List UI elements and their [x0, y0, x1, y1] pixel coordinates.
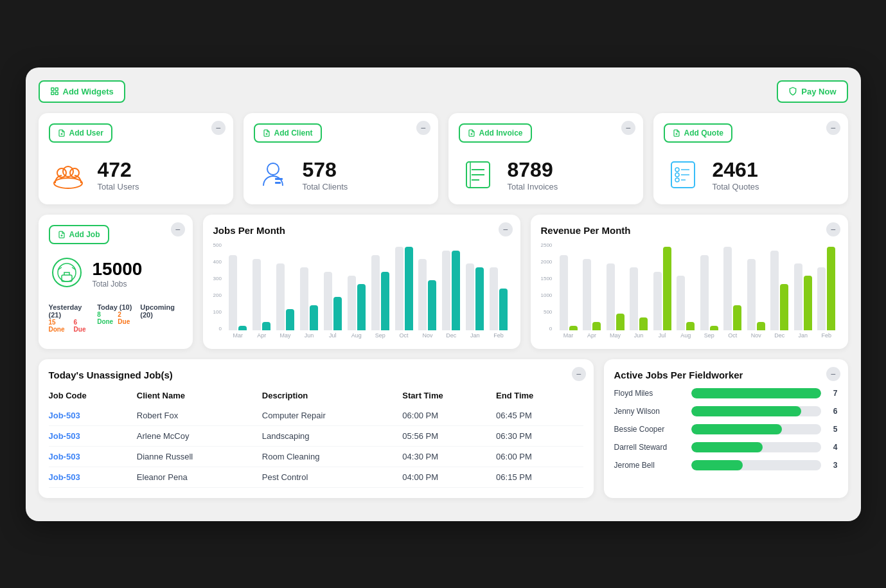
- revenue-bar-bg: [677, 276, 685, 330]
- jobs-bar-group: Dec: [440, 247, 463, 339]
- revenue-bar-group: Aug: [675, 247, 697, 339]
- revenue-bar-bg: [747, 259, 756, 330]
- table-row: Job-503 Arlene McCoy Landscaping 05:56 P…: [49, 425, 583, 446]
- fieldworker-bar-fill: [691, 460, 743, 470]
- bar-month-label: Aug: [680, 332, 691, 339]
- fieldworker-bar-track: [691, 460, 821, 470]
- add-widgets-button[interactable]: Add Widgets: [39, 80, 125, 103]
- jobs-bar-group: Mar: [227, 247, 249, 339]
- add-client-button[interactable]: Add Client: [254, 123, 322, 143]
- svg-point-8: [63, 166, 73, 177]
- invoices-icon: [459, 156, 497, 194]
- jobs-summary-card: − Add Job 15000: [39, 215, 193, 349]
- active-jobs-minimize[interactable]: −: [826, 367, 840, 381]
- add-quote-button[interactable]: Add Quote: [664, 123, 732, 143]
- jobs-bar-group: Jul: [321, 247, 344, 339]
- bar-month-label: Jan: [798, 332, 808, 339]
- bar-month-label: Feb: [821, 332, 831, 339]
- description-cell: Pest Control: [262, 467, 403, 487]
- clients-label: Total Clients: [303, 182, 348, 192]
- upcoming-label: Upcoming (20): [140, 303, 182, 319]
- fieldworker-bar-track: [691, 442, 821, 452]
- jobs-bar-group: Nov: [416, 247, 439, 339]
- jobs-chart-minimize[interactable]: −: [499, 222, 513, 236]
- add-quote-icon: [673, 129, 680, 137]
- job-code-link[interactable]: Job-503: [49, 411, 80, 420]
- revenue-bar-group: Sep: [698, 247, 720, 339]
- revenue-bar-bg: [630, 267, 638, 330]
- unassigned-jobs-card: − Today's Unassigned Job(s) Job Code Cli…: [39, 359, 594, 498]
- jobs-footer: Yesterday (21) 15 Done 6 Due Today (10) …: [49, 303, 182, 333]
- list-item: Jerome Bell 3: [614, 460, 838, 470]
- jobs-bar-group: Jan: [464, 247, 486, 339]
- fieldworker-count: 5: [828, 425, 838, 434]
- job-code-cell: Job-503: [49, 405, 137, 426]
- revenue-bar-bg: [723, 247, 732, 330]
- job-code-cell: Job-503: [49, 446, 137, 467]
- revenue-bar-fg: [827, 247, 835, 330]
- jobs-bar-bg: [253, 259, 261, 330]
- revenue-bar-bg: [770, 251, 779, 330]
- jobs-label: Total Jobs: [93, 280, 143, 289]
- jobs-bar-bg: [442, 251, 450, 330]
- fieldworker-bar-fill: [691, 388, 821, 398]
- job-code-cell: Job-503: [49, 467, 137, 487]
- start-time-cell: 04:00 PM: [402, 467, 496, 487]
- add-invoice-icon: [468, 129, 475, 137]
- revenue-bar-group: Mar: [557, 247, 580, 339]
- pay-now-button[interactable]: Pay Now: [777, 80, 847, 103]
- users-card-minimize[interactable]: −: [211, 121, 226, 135]
- bar-month-label: Oct: [728, 332, 737, 339]
- bar-month-label: May: [280, 332, 291, 339]
- job-code-link[interactable]: Job-503: [49, 452, 80, 461]
- revenue-chart-minimize[interactable]: −: [826, 222, 840, 236]
- jobs-card-minimize[interactable]: −: [171, 222, 185, 236]
- add-job-button[interactable]: Add Job: [49, 225, 109, 244]
- svg-rect-14: [275, 182, 281, 184]
- active-jobs-card: − Active Jobs Per Fieldworker Floyd Mile…: [604, 359, 848, 498]
- quotes-count: 2461: [713, 158, 759, 182]
- bar-month-label: Sep: [375, 332, 385, 339]
- bar-month-label: Jan: [470, 332, 480, 339]
- jobs-bar-bg: [418, 259, 427, 330]
- bar-month-label: Feb: [493, 332, 504, 339]
- revenue-chart-title: Revenue Per Month: [541, 225, 838, 236]
- revenue-bar-bg: [607, 263, 615, 330]
- svg-rect-3: [55, 92, 58, 94]
- clients-card-minimize[interactable]: −: [416, 121, 430, 135]
- revenue-bar-fg: [733, 305, 741, 330]
- revenue-bar-fg: [616, 314, 625, 330]
- revenue-bar-bg: [653, 272, 662, 330]
- client-name-cell: Robert Fox: [137, 405, 262, 426]
- revenue-bar-group: Jun: [628, 247, 650, 339]
- jobs-bar-bg: [490, 267, 498, 330]
- table-row: Job-503 Dianne Russell Room Cleaning 04:…: [49, 446, 583, 467]
- start-time-cell: 04:30 PM: [402, 446, 496, 467]
- jobs-bar-bg: [324, 272, 332, 330]
- jobs-bar-group: Sep: [369, 247, 391, 339]
- shield-icon: [788, 87, 797, 96]
- unassigned-table: Job Code Client Name Description Start T…: [49, 388, 583, 488]
- job-code-link[interactable]: Job-503: [49, 472, 80, 482]
- add-user-button[interactable]: Add User: [49, 123, 112, 143]
- fieldworker-name: Jerome Bell: [614, 461, 685, 470]
- svg-point-12: [267, 163, 279, 175]
- job-code-link[interactable]: Job-503: [49, 431, 80, 441]
- invoices-card-minimize[interactable]: −: [621, 121, 635, 135]
- bar-month-label: Dec: [446, 332, 456, 339]
- jobs-bar-fg: [262, 322, 270, 330]
- revenue-bar-fg: [710, 326, 718, 330]
- jobs-bar-group: Apr: [251, 247, 273, 339]
- bar-month-label: Oct: [400, 332, 409, 339]
- revenue-bar-group: May: [604, 247, 626, 339]
- revenue-bars: Mar Apr May Jun Jul: [557, 242, 837, 339]
- jobs-bar-fg: [286, 309, 294, 330]
- quotes-card-minimize[interactable]: −: [826, 121, 840, 135]
- clients-icon: [254, 156, 292, 194]
- svg-point-21: [675, 168, 679, 172]
- revenue-bar-fg: [686, 322, 695, 330]
- today-label: Today (10): [97, 303, 132, 311]
- unassigned-minimize[interactable]: −: [572, 367, 586, 381]
- jobs-bar-group: May: [274, 247, 297, 339]
- add-invoice-button[interactable]: Add Invoice: [459, 123, 532, 143]
